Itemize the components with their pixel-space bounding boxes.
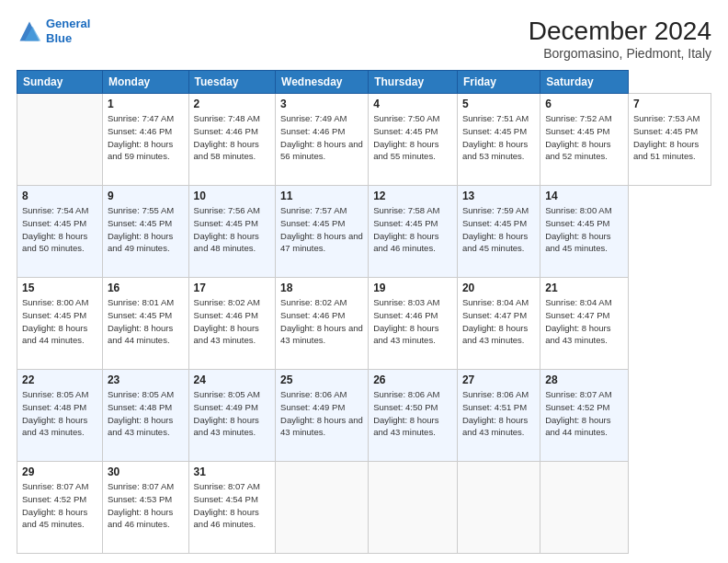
day-info: Sunrise: 8:06 AM Sunset: 4:51 PM Dayligh… — [462, 388, 535, 439]
sunset: Sunset: 4:46 PM — [194, 126, 258, 136]
calendar-cell — [369, 462, 458, 554]
logo-general: General — [46, 17, 90, 30]
sunrise: Sunrise: 8:02 AM — [194, 297, 260, 307]
sunrise: Sunrise: 8:07 AM — [108, 481, 174, 491]
day-number: 5 — [462, 98, 535, 110]
day-number: 27 — [462, 373, 535, 386]
calendar-cell: 5 Sunrise: 7:51 AM Sunset: 4:45 PM Dayli… — [457, 94, 540, 186]
day-info: Sunrise: 8:06 AM Sunset: 4:49 PM Dayligh… — [280, 388, 363, 439]
main-title: December 2024 — [529, 17, 711, 46]
daylight: Daylight: 8 hours and 43 minutes. — [22, 415, 87, 438]
day-number: 26 — [373, 373, 452, 386]
sunset: Sunset: 4:45 PM — [108, 218, 172, 228]
day-number: 10 — [194, 190, 271, 202]
calendar-cell: 23 Sunrise: 8:05 AM Sunset: 4:48 PM Dayl… — [102, 370, 188, 462]
calendar-cell: 19 Sunrise: 8:03 AM Sunset: 4:46 PM Dayl… — [369, 278, 458, 370]
day-info: Sunrise: 8:03 AM Sunset: 4:46 PM Dayligh… — [373, 296, 452, 347]
calendar-cell: 31 Sunrise: 8:07 AM Sunset: 4:54 PM Dayl… — [188, 462, 276, 554]
calendar-cell: 9 Sunrise: 7:55 AM Sunset: 4:45 PM Dayli… — [102, 186, 188, 278]
sunrise: Sunrise: 8:07 AM — [545, 389, 611, 399]
calendar-cell: 10 Sunrise: 7:56 AM Sunset: 4:45 PM Dayl… — [188, 186, 276, 278]
calendar-cell: 12 Sunrise: 7:58 AM Sunset: 4:45 PM Dayl… — [369, 186, 458, 278]
daylight: Daylight: 8 hours and 44 minutes. — [108, 323, 173, 346]
daylight: Daylight: 8 hours and 45 minutes. — [22, 507, 87, 530]
sunrise: Sunrise: 7:56 AM — [194, 205, 260, 215]
sunrise: Sunrise: 7:59 AM — [462, 205, 529, 215]
day-number: 25 — [280, 373, 363, 386]
day-number: 20 — [462, 282, 535, 294]
calendar-cell: 2 Sunrise: 7:48 AM Sunset: 4:46 PM Dayli… — [188, 94, 276, 186]
day-number: 21 — [545, 282, 623, 294]
day-info: Sunrise: 7:57 AM Sunset: 4:45 PM Dayligh… — [280, 204, 363, 255]
sunrise: Sunrise: 8:00 AM — [545, 205, 611, 215]
calendar-cell: 30 Sunrise: 8:07 AM Sunset: 4:53 PM Dayl… — [102, 462, 188, 554]
sunrise: Sunrise: 8:01 AM — [108, 297, 174, 307]
calendar-cell: 29 Sunrise: 8:07 AM Sunset: 4:52 PM Dayl… — [17, 462, 103, 554]
day-number: 14 — [545, 190, 623, 202]
sunrise: Sunrise: 7:57 AM — [280, 205, 347, 215]
day-info: Sunrise: 7:53 AM Sunset: 4:45 PM Dayligh… — [633, 112, 706, 163]
title-block: December 2024 Borgomasino, Piedmont, Ita… — [529, 17, 711, 61]
calendar-cell — [457, 462, 540, 554]
day-number: 31 — [194, 465, 271, 478]
sunrise: Sunrise: 8:05 AM — [194, 389, 260, 399]
daylight: Daylight: 8 hours and 43 minutes. — [108, 415, 173, 438]
week-row-1: 1 Sunrise: 7:47 AM Sunset: 4:46 PM Dayli… — [17, 94, 711, 186]
day-number: 22 — [22, 373, 97, 386]
daylight: Daylight: 8 hours and 45 minutes. — [462, 231, 528, 254]
day-info: Sunrise: 8:00 AM Sunset: 4:45 PM Dayligh… — [22, 296, 97, 347]
daylight: Daylight: 8 hours and 43 minutes. — [194, 415, 259, 438]
daylight: Daylight: 8 hours and 43 minutes. — [194, 323, 259, 346]
week-row-4: 22 Sunrise: 8:05 AM Sunset: 4:48 PM Dayl… — [17, 370, 711, 462]
sunset: Sunset: 4:48 PM — [22, 402, 86, 412]
day-number: 4 — [373, 98, 452, 110]
daylight: Daylight: 8 hours and 43 minutes. — [373, 323, 438, 346]
day-number: 12 — [373, 190, 452, 202]
day-info: Sunrise: 7:47 AM Sunset: 4:46 PM Dayligh… — [108, 112, 184, 163]
week-row-5: 29 Sunrise: 8:07 AM Sunset: 4:52 PM Dayl… — [17, 462, 711, 554]
day-number: 23 — [108, 373, 184, 386]
sunrise: Sunrise: 7:49 AM — [280, 113, 347, 123]
day-number: 7 — [633, 98, 706, 110]
col-wednesday: Wednesday — [276, 71, 369, 94]
sunset: Sunset: 4:46 PM — [373, 310, 438, 320]
day-info: Sunrise: 8:00 AM Sunset: 4:45 PM Dayligh… — [545, 204, 623, 255]
day-info: Sunrise: 8:02 AM Sunset: 4:46 PM Dayligh… — [194, 296, 271, 347]
calendar-cell: 17 Sunrise: 8:02 AM Sunset: 4:46 PM Dayl… — [188, 278, 276, 370]
day-number: 30 — [108, 465, 184, 478]
sunset: Sunset: 4:45 PM — [462, 126, 527, 136]
day-number: 28 — [545, 373, 623, 386]
sunrise: Sunrise: 7:55 AM — [108, 205, 174, 215]
sunrise: Sunrise: 8:06 AM — [462, 389, 529, 399]
daylight: Daylight: 8 hours and 51 minutes. — [633, 139, 699, 162]
daylight: Daylight: 8 hours and 52 minutes. — [545, 139, 610, 162]
logo: General Blue — [17, 17, 90, 45]
daylight: Daylight: 8 hours and 46 minutes. — [373, 231, 438, 254]
day-info: Sunrise: 8:05 AM Sunset: 4:48 PM Dayligh… — [22, 388, 97, 439]
sunrise: Sunrise: 8:07 AM — [194, 481, 260, 491]
daylight: Daylight: 8 hours and 53 minutes. — [462, 139, 528, 162]
day-info: Sunrise: 7:54 AM Sunset: 4:45 PM Dayligh… — [22, 204, 97, 255]
day-info: Sunrise: 7:50 AM Sunset: 4:45 PM Dayligh… — [373, 112, 452, 163]
sunset: Sunset: 4:45 PM — [22, 218, 86, 228]
sunset: Sunset: 4:45 PM — [462, 218, 527, 228]
calendar-table: Sunday Monday Tuesday Wednesday Thursday… — [17, 70, 711, 554]
sunrise: Sunrise: 8:03 AM — [373, 297, 439, 307]
sunset: Sunset: 4:47 PM — [462, 310, 527, 320]
daylight: Daylight: 8 hours and 48 minutes. — [194, 231, 259, 254]
sunset: Sunset: 4:49 PM — [280, 402, 345, 412]
daylight: Daylight: 8 hours and 46 minutes. — [108, 507, 173, 530]
sunset: Sunset: 4:46 PM — [108, 126, 172, 136]
calendar-cell: 8 Sunrise: 7:54 AM Sunset: 4:45 PM Dayli… — [17, 186, 103, 278]
col-saturday: Saturday — [540, 71, 629, 94]
day-info: Sunrise: 8:05 AM Sunset: 4:48 PM Dayligh… — [108, 388, 184, 439]
sunset: Sunset: 4:45 PM — [22, 310, 86, 320]
day-info: Sunrise: 8:04 AM Sunset: 4:47 PM Dayligh… — [545, 296, 623, 347]
sunset: Sunset: 4:45 PM — [373, 126, 438, 136]
day-info: Sunrise: 7:55 AM Sunset: 4:45 PM Dayligh… — [108, 204, 184, 255]
day-info: Sunrise: 8:05 AM Sunset: 4:49 PM Dayligh… — [194, 388, 271, 439]
calendar-header-row: Sunday Monday Tuesday Wednesday Thursday… — [17, 71, 711, 94]
daylight: Daylight: 8 hours and 55 minutes. — [373, 139, 438, 162]
daylight: Daylight: 8 hours and 43 minutes. — [373, 415, 438, 438]
sunrise: Sunrise: 7:54 AM — [22, 205, 88, 215]
